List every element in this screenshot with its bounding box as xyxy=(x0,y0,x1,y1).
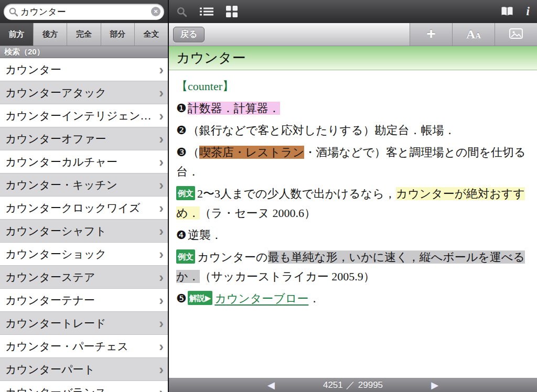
list-item[interactable]: カウンターシャフト› xyxy=(0,220,168,243)
result-label: カウンターバランス xyxy=(5,385,159,392)
result-label: カウンター xyxy=(5,62,159,77)
font-size-button[interactable]: AA xyxy=(452,23,495,46)
list-item[interactable]: カウンターアタック› xyxy=(0,81,168,104)
plus-icon: + xyxy=(426,26,436,41)
example-text: カウンターの xyxy=(197,251,268,264)
result-label: カウンターインテリジェン… xyxy=(5,108,159,123)
results-count-header: 検索（20） xyxy=(0,46,168,58)
list-item[interactable]: カウンター・パーチェス› xyxy=(0,335,168,358)
toolbar-segmented-control: + AA xyxy=(410,23,537,46)
tab-exact-match[interactable]: 完全 xyxy=(67,23,101,46)
entry-headword-title: カウンター xyxy=(176,49,245,67)
list-item[interactable]: カウンターステア› xyxy=(0,266,168,289)
chevron-right-icon: › xyxy=(159,249,164,259)
next-entry-icon[interactable]: ▶ xyxy=(431,380,438,390)
list-item[interactable]: カウンタークロックワイズ› xyxy=(0,197,168,220)
example-badge: 例文 xyxy=(176,186,195,200)
list-item[interactable]: カウンターオファー› xyxy=(0,127,168,150)
entry-header: カウンター xyxy=(169,46,537,70)
pager-current: 4251 xyxy=(323,380,343,390)
result-label: カウンターオファー xyxy=(5,132,159,146)
tab-suffix-match[interactable]: 後方 xyxy=(34,23,67,46)
result-label: カウンターシャフト xyxy=(5,224,159,238)
result-label: カウンター・キッチン xyxy=(5,178,159,192)
list-item[interactable]: カウンタートレード› xyxy=(0,312,168,335)
result-label: カウンターカルチャー xyxy=(5,155,159,169)
chevron-right-icon: › xyxy=(159,226,164,236)
dictionary-app-window: × 前方 後方 完全 部分 全文 検索（20） カウンター› カウンターアタック… xyxy=(0,0,537,392)
chevron-right-icon: › xyxy=(159,111,164,121)
result-label: カウンターステア xyxy=(5,270,159,285)
search-bar: × xyxy=(0,0,168,23)
chevron-right-icon: › xyxy=(159,157,164,167)
list-item[interactable]: カウンターインテリジェン…› xyxy=(0,104,168,127)
sense-2: ❷（銀行などで客と応対したりする）勘定台．帳場． xyxy=(176,121,529,140)
list-item[interactable]: カウンター・キッチン› xyxy=(0,173,168,197)
list-item[interactable]: カウンター› xyxy=(0,58,168,81)
chevron-right-icon: › xyxy=(159,203,164,213)
example-2: 例文カウンターの最も単純な形，いかに速く，縦へボールを運べるか．（サッカーストラ… xyxy=(176,248,529,287)
image-view-button[interactable] xyxy=(495,23,537,46)
list-item[interactable]: カウンターパート› xyxy=(0,358,168,381)
dictionary-book-icon[interactable] xyxy=(500,6,514,17)
chevron-right-icon: › xyxy=(159,341,164,352)
highlighted-text: 計数器．計算器． xyxy=(188,102,280,115)
sidebar: × 前方 後方 完全 部分 全文 検索（20） カウンター› カウンターアタック… xyxy=(0,0,168,392)
result-label: カウンタートレード xyxy=(5,316,159,331)
chevron-right-icon: › xyxy=(159,318,164,329)
search-field[interactable]: × xyxy=(4,4,164,20)
example-badge: 例文 xyxy=(176,249,195,264)
font-size-small-glyph: A xyxy=(475,31,481,40)
font-size-large-glyph: A xyxy=(466,27,475,41)
pager-position: 4251／29995 xyxy=(321,379,384,391)
chevron-right-icon: › xyxy=(159,295,164,306)
previous-entry-icon[interactable]: ◀ xyxy=(267,380,275,390)
tab-partial-match[interactable]: 部分 xyxy=(101,23,135,46)
chevron-right-icon: › xyxy=(159,134,164,144)
grid-view-icon[interactable] xyxy=(226,6,238,17)
search-input[interactable] xyxy=(20,6,151,17)
chevron-right-icon: › xyxy=(159,387,164,392)
chevron-right-icon: › xyxy=(159,64,164,75)
sense-number: ❹ xyxy=(176,228,187,242)
top-toolbar: i xyxy=(169,0,537,23)
search-icon[interactable] xyxy=(176,6,187,17)
add-bookmark-button[interactable]: + xyxy=(410,23,452,46)
sense-number: ❺ xyxy=(176,292,187,305)
sense-number: ❷ xyxy=(176,124,187,137)
result-label: カウンターアタック xyxy=(5,85,159,100)
list-item[interactable]: カウンターカルチャー› xyxy=(0,150,168,173)
example-source: （ラ・セーヌ 2000.6） xyxy=(200,206,316,220)
pager-bar: ◀ 4251／29995 ▶ xyxy=(169,378,537,392)
example-text: 2〜3人までの少人数で出かけるなら， xyxy=(197,187,396,200)
result-label: カウンタークロックワイズ xyxy=(5,201,159,215)
pager-total: 29995 xyxy=(358,380,383,390)
list-view-icon[interactable] xyxy=(200,6,213,17)
clear-icon[interactable]: × xyxy=(151,7,160,16)
tab-prefix-match[interactable]: 前方 xyxy=(0,23,34,46)
cross-reference-link[interactable]: カウンターブロー xyxy=(214,292,308,305)
sense-1: ❶計数器．計算器． xyxy=(176,99,529,118)
entry-pronunciation: 【counter】 xyxy=(176,77,529,96)
sub-toolbar: 戻る + AA xyxy=(169,23,537,46)
commentary-badge: 解説▶ xyxy=(188,291,213,305)
sense-text: 逆襲． xyxy=(188,228,222,242)
result-label: カウンター・パーチェス xyxy=(5,339,159,354)
info-icon[interactable]: i xyxy=(527,5,530,18)
image-icon xyxy=(509,28,523,40)
sense-number: ❶ xyxy=(176,102,187,115)
back-button[interactable]: 戻る xyxy=(173,27,205,42)
sense-3: ❸（喫茶店・レストラン・酒場などで）客と調理場との間を仕切る台． xyxy=(176,143,529,182)
result-label: カウンターテナー xyxy=(5,293,159,308)
sense-text: （ xyxy=(188,146,199,159)
chevron-right-icon: › xyxy=(159,88,164,98)
list-item[interactable]: カウンターテナー› xyxy=(0,289,168,312)
result-label: カウンターショック xyxy=(5,247,159,262)
info-glyph: i xyxy=(527,5,530,18)
tab-fulltext-search[interactable]: 全文 xyxy=(135,23,168,46)
list-item[interactable]: カウンターショック› xyxy=(0,243,168,266)
chevron-right-icon: › xyxy=(159,180,164,190)
list-item[interactable]: カウンターバランス› xyxy=(0,381,168,392)
result-label: カウンターパート xyxy=(5,362,159,377)
pager-separator: ／ xyxy=(346,380,355,390)
